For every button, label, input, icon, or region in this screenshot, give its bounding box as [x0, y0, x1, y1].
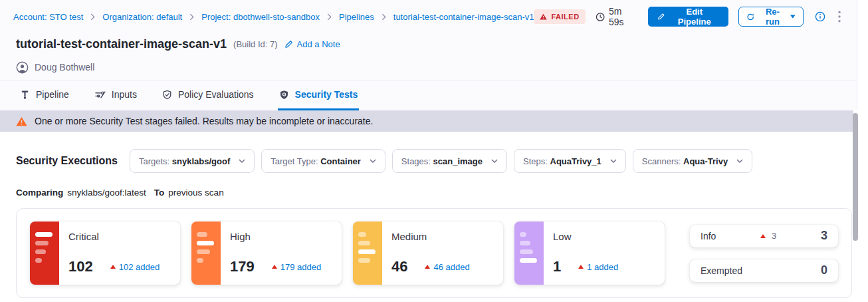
vertical-scrollbar-thumb[interactable]	[853, 113, 858, 241]
pencil-icon	[284, 40, 293, 49]
chevron-right-icon	[381, 13, 386, 21]
tab-label: Security Tests	[295, 89, 358, 100]
triangle-up-icon	[760, 234, 766, 238]
severity-delta: 179 added	[272, 262, 321, 272]
pipeline-icon	[20, 90, 30, 100]
info-exempted-stack: Info 3 3 Exempted 0	[690, 222, 838, 285]
severity-label: Medium	[391, 231, 496, 242]
comparing-prefix: Comparing	[16, 188, 63, 198]
edit-pipeline-label: Edit Pipeline	[669, 7, 719, 27]
breadcrumb-organization[interactable]: Organization: default	[102, 12, 182, 22]
severity-count: 1	[553, 258, 561, 275]
rerun-label: Re-run	[759, 7, 786, 27]
warning-triangle-icon	[540, 13, 547, 20]
severity-label: High	[230, 231, 335, 242]
chevron-down-icon	[491, 159, 498, 163]
clock-icon	[596, 12, 605, 22]
tab-pipeline[interactable]: Pipeline	[19, 80, 70, 110]
tab-label: Inputs	[112, 89, 137, 100]
filter-value: AquaTrivy_1	[550, 156, 601, 166]
build-duration: 5m 59s	[596, 6, 638, 27]
add-note-link[interactable]: Add a Note	[284, 39, 340, 49]
high-severity-card[interactable]: High 179 179 added	[191, 222, 342, 285]
warning-banner-message: One or more Security Test stages failed.…	[35, 116, 373, 126]
stages-filter-dropdown[interactable]: Stages: scan_image	[392, 149, 507, 173]
chevron-down-icon	[736, 159, 743, 163]
filter-value: Container	[320, 156, 361, 166]
chevron-down-icon	[239, 159, 245, 163]
filter-value: snyklabs/goof	[172, 156, 230, 166]
severity-delta: 102 added	[110, 262, 160, 272]
tab-security-tests[interactable]: Security Tests	[278, 80, 360, 110]
low-severity-card[interactable]: Low 1 1 added	[514, 222, 665, 285]
edit-pipeline-button[interactable]: Edit Pipeline	[648, 7, 728, 27]
duration-label: 5m 59s	[609, 6, 638, 27]
comparing-baseline: previous scan	[168, 188, 223, 198]
severity-count: 46	[391, 258, 407, 275]
severity-count: 102	[68, 258, 93, 275]
rerun-button[interactable]: Re-run	[738, 7, 804, 27]
info-delta-value: 3	[772, 231, 776, 241]
severity-label: Low	[553, 231, 658, 242]
scanners-filter-dropdown[interactable]: Scanners: Aqua-Trivy	[633, 149, 752, 173]
breadcrumb: Account: STO test Organization: default …	[0, 0, 857, 33]
tab-policy-evaluations[interactable]: Policy Evaluations	[161, 80, 255, 110]
breadcrumb-account[interactable]: Account: STO test	[13, 12, 83, 22]
refresh-icon	[746, 13, 754, 21]
tab-bar: Pipeline Inputs Policy Evaluations Secur…	[0, 80, 857, 110]
critical-severity-card[interactable]: Critical 102 102 added	[30, 222, 180, 285]
triangle-up-icon	[425, 265, 430, 269]
tab-label: Pipeline	[36, 89, 69, 100]
more-options-menu-icon[interactable]	[837, 9, 842, 24]
breadcrumb-project[interactable]: Project: dbothwell-sto-sandbox	[201, 12, 320, 22]
info-label: Info	[701, 231, 716, 241]
shield-gear-icon	[279, 90, 289, 100]
severity-label: Critical	[68, 231, 173, 242]
filter-label: Scanners:	[642, 156, 681, 166]
breadcrumb-pipelines[interactable]: Pipelines	[339, 12, 374, 22]
chevron-right-icon	[90, 13, 95, 21]
chevron-right-icon	[327, 13, 332, 21]
sliders-pencil-icon	[94, 90, 106, 100]
triangle-up-icon	[110, 265, 116, 269]
medium-severity-card[interactable]: Medium 46 46 added	[353, 222, 503, 285]
info-delta: 3	[760, 231, 776, 241]
steps-filter-dropdown[interactable]: Steps: AquaTrivy_1	[514, 149, 626, 173]
severity-summary-panel: Critical 102 102 added High 179 179 adde…	[16, 208, 852, 298]
severity-bars-icon	[30, 222, 59, 285]
filter-value: scan_image	[433, 156, 483, 166]
build-id-label: (Build Id: 7)	[233, 39, 277, 49]
section-heading: Security Executions	[16, 155, 118, 167]
page-title: tutorial-test-container-image-scan-v1	[16, 37, 227, 51]
severity-delta: 1 added	[578, 262, 618, 272]
info-card[interactable]: Info 3 3	[690, 225, 838, 247]
filter-value: Aqua-Trivy	[683, 156, 728, 166]
severity-bars-icon	[353, 222, 382, 285]
severity-delta-label: 179 added	[280, 262, 321, 272]
header-area: Account: STO test Organization: default …	[0, 0, 857, 110]
triangle-up-icon	[578, 265, 584, 269]
filter-label: Target Type:	[271, 156, 318, 166]
info-count: 3	[821, 229, 827, 243]
severity-bars-icon	[191, 222, 221, 285]
chevron-down-icon	[370, 159, 376, 163]
chevron-down-icon	[610, 159, 617, 163]
shield-check-icon	[162, 90, 172, 100]
comparing-to-label: To	[154, 188, 165, 198]
exempted-card[interactable]: Exempted 0	[690, 259, 838, 282]
tab-inputs[interactable]: Inputs	[93, 80, 138, 110]
triangle-up-icon	[272, 265, 277, 269]
severity-delta-label: 46 added	[433, 262, 469, 272]
targets-filter-dropdown[interactable]: Targets: snyklabs/goof	[130, 149, 255, 173]
severity-delta: 46 added	[425, 262, 469, 272]
comparing-target: snyklabs/goof:latest	[67, 188, 146, 198]
user-avatar-icon	[16, 61, 29, 74]
target-type-filter-dropdown[interactable]: Target Type: Container	[261, 149, 385, 173]
add-note-label: Add a Note	[297, 39, 340, 49]
filter-label: Steps:	[523, 156, 548, 166]
chevron-right-icon	[189, 13, 194, 21]
info-icon[interactable]	[814, 10, 827, 23]
security-executions-section: Security Executions Targets: snyklabs/go…	[0, 132, 868, 298]
comparing-line: Comparing snyklabs/goof:latest To previo…	[16, 188, 852, 198]
breadcrumb-pipeline-name[interactable]: tutorial-test-container-image-scan-v1	[393, 12, 534, 22]
